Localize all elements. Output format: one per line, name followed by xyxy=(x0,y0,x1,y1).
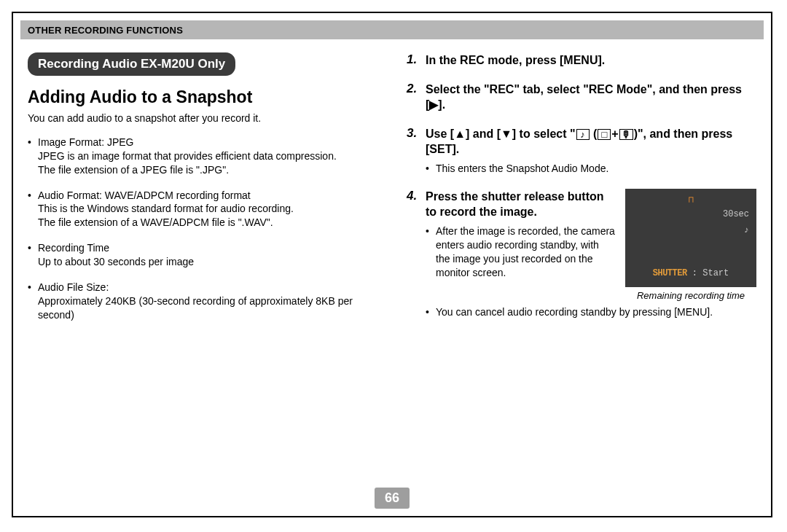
step-item: Select the "REC" tab, select "REC Mode",… xyxy=(407,82,756,113)
step-sublist: This enters the Snapshot Audio Mode. xyxy=(426,162,756,176)
step-title: In the REC mode, press [MENU]. xyxy=(426,52,756,69)
spec-lead: Audio File Size: xyxy=(38,281,109,293)
page-frame: OTHER RECORDING FUNCTIONS Recording Audi… xyxy=(12,12,772,517)
lcd-start-label: : Start xyxy=(692,268,729,278)
step-sublist: After the image is recorded, the camera … xyxy=(426,224,615,280)
lcd-timer-text: 30sec xyxy=(723,209,749,219)
list-item: Image Format: JPEG JPEG is an image form… xyxy=(28,136,377,177)
content-columns: Recording Audio EX-M20U Only Adding Audi… xyxy=(13,39,771,334)
step-text: ]. xyxy=(438,98,445,111)
list-item: Audio Format: WAVE/ADPCM recording forma… xyxy=(28,189,377,230)
mic-mode-icon: ♪ xyxy=(576,129,590,140)
triangle-right-icon: ▶ xyxy=(429,98,438,111)
step-item: Use [▲] and [▼] to select "♪ (□+🎙)", and… xyxy=(407,126,756,176)
spec-body: Approximately 240KB (30-second recording… xyxy=(38,295,353,321)
step-sub-item: After the image is recorded, the camera … xyxy=(426,224,615,280)
section-header-bar: OTHER RECORDING FUNCTIONS xyxy=(20,20,764,39)
left-heading: Adding Audio to a Snapshot xyxy=(28,87,377,107)
step-text: Select the "REC" tab, select "REC Mode",… xyxy=(426,83,742,112)
step-sub-item: This enters the Snapshot Audio Mode. xyxy=(426,162,756,176)
steps-list: In the REC mode, press [MENU]. Select th… xyxy=(407,52,756,319)
mic-icon: 🎙 xyxy=(619,129,633,140)
triangle-up-icon: ▲ xyxy=(454,128,466,140)
list-item: Recording Time Up to about 30 seconds pe… xyxy=(28,241,377,269)
spec-body: Up to about 30 seconds per image xyxy=(38,256,194,267)
lcd-mic-icon: ⊓ xyxy=(688,195,693,206)
step-title: Use [▲] and [▼] to select "♪ (□+🎙)", and… xyxy=(426,126,756,157)
step-sublist: You can cancel audio recording standby b… xyxy=(426,305,756,319)
spec-lead: Recording Time xyxy=(38,242,109,254)
lcd-shutter-label: SHUTTER xyxy=(653,268,687,278)
section-header-text: OTHER RECORDING FUNCTIONS xyxy=(28,25,183,36)
step4-row: Press the shutter release button to reco… xyxy=(426,189,756,301)
step-text: Use [ xyxy=(426,128,454,140)
lcd-caption: Remaining recording time xyxy=(625,290,756,301)
spec-body: This is the Windows standard format for … xyxy=(38,203,294,228)
camera-icon: □ xyxy=(598,129,611,140)
spec-lead: Audio Format: WAVE/ADPCM recording forma… xyxy=(38,189,251,201)
feature-pill: Recording Audio EX-M20U Only xyxy=(28,52,235,76)
left-column: Recording Audio EX-M20U Only Adding Audi… xyxy=(28,52,377,334)
lcd-screen: ⊓ 30sec ♪ SHUTTER : Start xyxy=(625,189,756,287)
step-item: Press the shutter release button to reco… xyxy=(407,189,756,319)
list-item: Audio File Size: Approximately 240KB (30… xyxy=(28,281,377,322)
triangle-down-icon: ▼ xyxy=(501,128,512,140)
spec-body: JPEG is an image format that provides ef… xyxy=(38,150,337,176)
step-text: + xyxy=(611,128,618,140)
step-item: In the REC mode, press [MENU]. xyxy=(407,52,756,69)
step-text: In the REC mode, press [MENU]. xyxy=(426,54,605,66)
spec-lead: Image Format: JPEG xyxy=(38,136,133,148)
step4-left: Press the shutter release button to reco… xyxy=(426,189,615,301)
lcd-preview-block: ⊓ 30sec ♪ SHUTTER : Start Remaining reco… xyxy=(625,189,756,301)
page-number: 66 xyxy=(375,488,410,509)
lcd-bottom-line: SHUTTER : Start xyxy=(653,268,729,278)
step-title: Select the "REC" tab, select "REC Mode",… xyxy=(426,82,756,113)
left-intro: You can add audio to a snapshot after yo… xyxy=(28,112,377,125)
step-title: Press the shutter release button to reco… xyxy=(426,189,615,220)
spec-list: Image Format: JPEG JPEG is an image form… xyxy=(28,136,377,322)
lcd-mode-icon: ♪ xyxy=(744,225,749,235)
step-text: ] to select " xyxy=(512,128,576,140)
step-text: ( xyxy=(590,128,598,140)
step-text: ] and [ xyxy=(466,128,501,140)
step-sub-item: You can cancel audio recording standby b… xyxy=(426,305,756,319)
right-column: In the REC mode, press [MENU]. Select th… xyxy=(407,52,756,334)
